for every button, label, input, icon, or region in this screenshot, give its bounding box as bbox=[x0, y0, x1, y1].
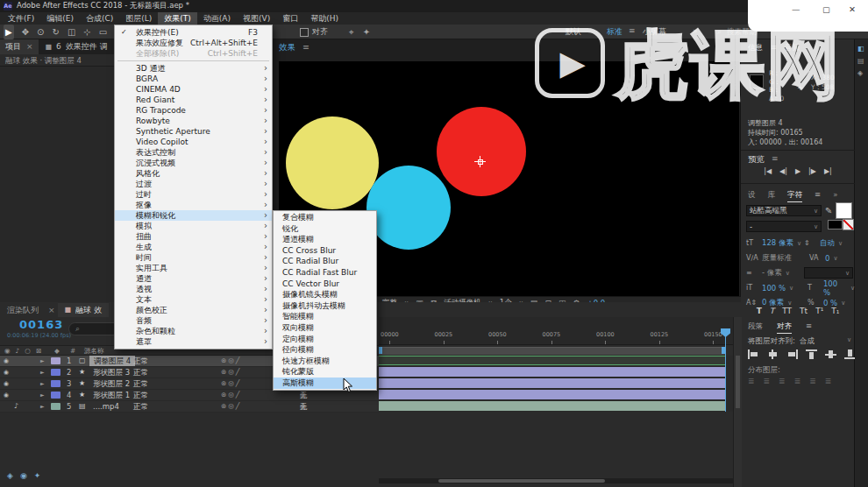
next-frame-button[interactable]: |▶ bbox=[808, 167, 816, 175]
menu-item[interactable]: ✓ › bbox=[117, 60, 269, 61]
layer-swatch[interactable] bbox=[51, 369, 60, 376]
align-to-value[interactable]: 合成 bbox=[800, 336, 815, 347]
font-family-dropdown[interactable]: 站酷高端黑 ∨ bbox=[746, 205, 822, 216]
twirl-icon[interactable]: ► bbox=[40, 390, 45, 400]
menu-item[interactable]: ✓ 风格化 › bbox=[115, 168, 272, 179]
layer-switch-icons[interactable]: ⊛◎╱ bbox=[221, 378, 241, 389]
menu-item[interactable]: ✓ 3D 通道 › bbox=[115, 63, 272, 74]
superscript-button[interactable]: T¹ bbox=[815, 307, 823, 315]
menubar-item[interactable]: 动画(A) bbox=[197, 12, 237, 25]
tab-info[interactable]: 信息 bbox=[748, 43, 763, 53]
distribute-right-icon[interactable]: ≣ bbox=[825, 377, 832, 385]
panel-strip-icon[interactable]: ◧ bbox=[857, 45, 864, 53]
eyedropper-icon[interactable]: ✎ bbox=[825, 206, 832, 215]
menu-item[interactable]: ✓ 全部移除(R) Ctrl+Shift+E › bbox=[115, 48, 272, 59]
zoom-tool-icon[interactable]: ⊙ bbox=[37, 25, 44, 39]
menu-item[interactable]: ✓ 抠像 › bbox=[115, 200, 272, 210]
menu-item[interactable]: ✓ 过渡 › bbox=[115, 179, 272, 189]
layer-name[interactable]: ....mp4 bbox=[93, 401, 119, 412]
layer-duration-bar[interactable] bbox=[379, 356, 725, 365]
timeline-hscroll-handle[interactable] bbox=[438, 479, 605, 483]
layer-switch-icons[interactable]: ⊛◎╱ bbox=[221, 390, 241, 400]
tab-timeline-comp[interactable]: ■ 融球 效 bbox=[58, 303, 109, 317]
menubar-item[interactable]: 效果(T) bbox=[158, 12, 197, 25]
menubar-item[interactable]: 视图(V) bbox=[237, 12, 276, 25]
shape-tool-icon[interactable]: ▭ bbox=[99, 25, 107, 39]
panel-menu-icon[interactable]: ≡ bbox=[302, 42, 309, 53]
submenu-item[interactable]: 通道模糊 bbox=[274, 234, 376, 245]
twirl-icon[interactable]: ► bbox=[40, 378, 45, 389]
submenu-item[interactable]: CC Cross Blur bbox=[274, 245, 376, 257]
kerning-value[interactable]: 度量标准 bbox=[762, 253, 792, 264]
twirl-icon[interactable]: ► bbox=[40, 367, 45, 378]
solo-column-icon[interactable]: ○ bbox=[25, 346, 31, 356]
fill-color-swatch[interactable] bbox=[836, 202, 852, 219]
layer-switch-icons[interactable]: ⊛◎╱ bbox=[221, 401, 241, 412]
distribute-vcenter-icon[interactable]: ≣ bbox=[764, 377, 771, 385]
menu-item[interactable]: ✓ Red Giant › bbox=[115, 95, 272, 105]
align-hcenter-icon[interactable] bbox=[767, 349, 779, 359]
cyan-circle[interactable] bbox=[366, 166, 451, 250]
layer-duration-bar[interactable] bbox=[379, 390, 725, 399]
layer-duration-bar[interactable] bbox=[379, 401, 725, 411]
close-icon[interactable]: × bbox=[26, 39, 33, 54]
motion-blur-toggle-icon[interactable]: ◉ bbox=[20, 471, 27, 480]
submenu-item[interactable]: 摄像机抖动去模糊 bbox=[274, 300, 376, 312]
prev-frame-button[interactable]: ◀| bbox=[779, 167, 787, 175]
menu-item[interactable]: ✓ 通道 › bbox=[115, 273, 272, 284]
submenu-item[interactable]: 定向模糊 bbox=[274, 334, 376, 345]
submenu-item[interactable]: CC Vector Blur bbox=[274, 279, 376, 290]
menubar-item[interactable]: 图层(L) bbox=[119, 12, 158, 25]
align-left-icon[interactable] bbox=[748, 349, 759, 359]
tab-effects-presets[interactable]: 设 bbox=[748, 190, 756, 202]
layer-duration-bar[interactable] bbox=[379, 367, 725, 377]
menu-item[interactable]: ✓ BGRA › bbox=[115, 74, 272, 84]
font-style-dropdown[interactable]: - ∨ bbox=[746, 221, 822, 232]
leading-value[interactable]: 自动 bbox=[820, 238, 835, 249]
distribute-hcenter-icon[interactable]: ≣ bbox=[809, 377, 816, 385]
panel-strip-icon[interactable]: ▤ bbox=[857, 57, 864, 65]
workspace-tab-small-screen[interactable]: 小屏幕 bbox=[643, 26, 666, 38]
time-ruler[interactable]: 00000000250005000075001000012500150 bbox=[379, 317, 733, 345]
panel-menu-icon[interactable]: ≡ bbox=[806, 321, 812, 334]
submenu-item[interactable]: 径向模糊 bbox=[274, 344, 376, 356]
submenu-item[interactable]: 锐化 bbox=[274, 223, 376, 235]
layer-name[interactable]: 调整图层 4 bbox=[89, 356, 135, 366]
layer-name[interactable]: 形状图层 1 bbox=[93, 390, 130, 400]
menu-item[interactable]: ✓ 杂色和颗粒 › bbox=[115, 326, 272, 336]
faux-bold-button[interactable]: T bbox=[757, 307, 762, 315]
menu-item[interactable]: ✓ Video Copilot › bbox=[115, 137, 272, 147]
layer-duration-bar[interactable] bbox=[379, 378, 725, 388]
menu-item[interactable]: ✓ 过时 › bbox=[115, 189, 272, 200]
menu-item[interactable]: ✓ 遮罩 › bbox=[115, 336, 272, 347]
panel-menu-icon[interactable]: ≡ bbox=[815, 190, 821, 202]
tab-effect-controls[interactable]: ■ 6 效果控件 调 bbox=[39, 39, 115, 54]
red-circle[interactable] bbox=[437, 107, 526, 196]
small-caps-button[interactable]: Tt bbox=[800, 307, 808, 315]
menu-item[interactable]: ✓ 颜色校正 › bbox=[115, 305, 272, 315]
viewer-tab[interactable]: 效果 ≡ bbox=[279, 42, 309, 53]
menubar-item[interactable]: 合成(C) bbox=[80, 12, 119, 25]
all-caps-button[interactable]: TT bbox=[782, 307, 792, 315]
menubar-item[interactable]: 编辑(E) bbox=[40, 12, 80, 25]
rotate-tool-icon[interactable]: ↻ bbox=[52, 25, 59, 39]
distribute-bottom-icon[interactable]: ≣ bbox=[779, 377, 786, 385]
形状图层 1[interactable]: ◉ ► 4 ★ 形状图层 1 正常 ∨ ⊛◎╱ ◎ 无 ∨ bbox=[0, 390, 379, 401]
submenu-item[interactable]: 快速方框模糊 bbox=[274, 356, 376, 367]
eye-icon[interactable]: ◉ bbox=[4, 356, 9, 366]
menubar-item[interactable]: 文件(F) bbox=[2, 12, 40, 25]
layer-name[interactable]: 形状图层 3 bbox=[93, 367, 130, 378]
submenu-item[interactable]: 高斯模糊 bbox=[274, 378, 376, 389]
work-area-bar[interactable] bbox=[379, 347, 725, 355]
timeline-vertical-scrollbar[interactable] bbox=[733, 317, 742, 487]
first-frame-button[interactable]: |◀ bbox=[764, 167, 772, 175]
tsume-value[interactable]: 0 % bbox=[823, 299, 837, 307]
work-area-start-handle[interactable] bbox=[379, 347, 382, 354]
current-time-display[interactable]: 00163 bbox=[19, 318, 63, 331]
panel-strip-icon[interactable]: ◈ bbox=[857, 69, 863, 77]
menu-item[interactable]: ✓ 文本 › bbox=[115, 294, 272, 305]
align-top-icon[interactable] bbox=[806, 349, 817, 359]
menu-item[interactable]: ✓ CINEMA 4D › bbox=[115, 84, 272, 95]
eye-icon[interactable]: ◉ bbox=[4, 390, 9, 400]
align-right-icon[interactable] bbox=[786, 349, 798, 359]
